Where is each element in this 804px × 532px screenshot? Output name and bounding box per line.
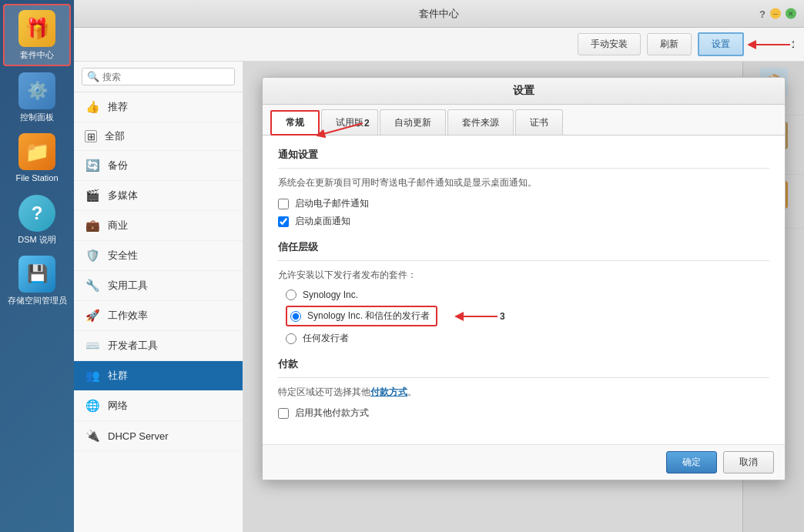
pkg-center-icon: 🎁 xyxy=(18,10,55,47)
taskbar-dsm-help-label: DSM 说明 xyxy=(18,235,56,245)
payment-section: 付款 特定区域还可选择其他付款方式。 启用其他付款方式 xyxy=(278,357,769,420)
sidebar-item-backup[interactable]: 🔄 备份 xyxy=(74,151,243,181)
sidebar-item-network[interactable]: 🌐 网络 xyxy=(74,391,243,421)
taskbar-icon-storage-manager[interactable]: 💾 存储空间管理员 xyxy=(3,251,71,310)
sidebar-item-utilities-label: 实用工具 xyxy=(108,279,148,293)
sidebar-item-multimedia[interactable]: 🎬 多媒体 xyxy=(74,181,243,211)
trust-option-synology: Synology Inc. xyxy=(286,289,769,300)
confirm-button[interactable]: 确定 xyxy=(666,451,717,473)
desktop-notify-row: 启动桌面通知 xyxy=(278,215,769,228)
sidebar-item-network-label: 网络 xyxy=(108,399,128,413)
sidebar-item-developer[interactable]: ⌨️ 开发者工具 xyxy=(74,331,243,361)
sidebar-item-community-label: 社群 xyxy=(108,369,128,383)
sidebar-items-list: 👍 推荐 ⊞ 全部 🔄 备份 🎬 多媒体 xyxy=(74,92,243,532)
synology-only-radio[interactable] xyxy=(286,289,296,300)
control-panel-icon: ⚙️ xyxy=(18,72,55,109)
sidebar-item-recommended[interactable]: 👍 推荐 xyxy=(74,92,243,122)
svg-line-2 xyxy=(320,123,363,135)
window-title: 套件中心 xyxy=(419,7,459,21)
manual-install-button[interactable]: 手动安装 xyxy=(578,33,641,55)
trust-option-any: 任何发行者 xyxy=(286,332,769,345)
email-notify-label: 启动电子邮件通知 xyxy=(295,197,369,210)
trust-option-synology-trusted: Synology Inc. 和信任的发行者 xyxy=(286,306,769,326)
network-icon: 🌐 xyxy=(85,398,100,413)
payment-desc-suffix: 。 xyxy=(407,386,417,397)
sidebar-item-all-label: 全部 xyxy=(105,129,125,143)
dialog-header: 设置 xyxy=(263,78,785,105)
sidebar-item-security[interactable]: 🛡️ 安全性 xyxy=(74,241,243,271)
svg-text:3: 3 xyxy=(500,311,505,322)
other-payment-label: 启用其他付款方式 xyxy=(295,407,369,420)
trust-title: 信任层级 xyxy=(278,240,769,257)
sidebar-item-productivity[interactable]: 🚀 工作效率 xyxy=(74,301,243,331)
sidebar-item-developer-label: 开发者工具 xyxy=(108,339,158,353)
desktop-notify-checkbox[interactable] xyxy=(278,216,289,227)
any-publisher-radio[interactable] xyxy=(286,333,296,344)
sidebar-item-dhcp[interactable]: 🔌 DHCP Server xyxy=(74,421,243,451)
settings-dialog: 设置 常规 xyxy=(262,77,786,480)
taskbar-storage-manager-label: 存储空间管理员 xyxy=(8,296,67,306)
search-input[interactable] xyxy=(102,72,229,82)
sidebar-item-utilities[interactable]: 🔧 实用工具 xyxy=(74,271,243,301)
trust-divider xyxy=(278,260,769,261)
close-button[interactable]: ✕ xyxy=(786,8,796,18)
settings-button[interactable]: 设置 xyxy=(698,32,744,56)
taskbar-icon-pkg-center[interactable]: 🎁 套件中心 xyxy=(3,4,71,66)
tab-source[interactable]: 套件来源 xyxy=(447,109,514,135)
sidebar: 🔍 👍 推荐 ⊞ 全部 🔄 备份 xyxy=(74,62,243,532)
taskbar-icon-control-panel[interactable]: ⚙️ 控制面板 xyxy=(3,68,71,127)
dsm-help-icon: ? xyxy=(18,195,55,232)
cancel-button[interactable]: 取消 xyxy=(723,451,774,473)
refresh-button[interactable]: 刷新 xyxy=(647,33,692,55)
community-icon: 👥 xyxy=(85,368,100,383)
titlebar-controls: ? ─ ✕ xyxy=(759,8,796,19)
backup-icon: 🔄 xyxy=(85,158,100,173)
trust-radio-group: Synology Inc. Synology Inc. 和信任的发行者 xyxy=(286,289,769,345)
notification-section: 通知设置 系统会在更新项目可用时寄送电子邮件通知或是显示桌面通知。 启动电子邮件… xyxy=(278,148,769,228)
sidebar-item-all[interactable]: ⊞ 全部 xyxy=(74,122,243,151)
payment-description: 特定区域还可选择其他付款方式。 xyxy=(278,386,769,399)
svg-text:1: 1 xyxy=(792,39,794,50)
sidebar-item-business[interactable]: 💼 商业 xyxy=(74,211,243,241)
synology-trusted-label: Synology Inc. 和信任的发行者 xyxy=(307,309,430,323)
dialog-body: 通知设置 系统会在更新项目可用时寄送电子邮件通知或是显示桌面通知。 启动电子邮件… xyxy=(263,136,785,444)
taskbar-control-panel-label: 控制面板 xyxy=(20,112,54,122)
sidebar-item-dhcp-label: DHCP Server xyxy=(108,430,169,442)
taskbar-icon-file-station[interactable]: 📁 File Station xyxy=(3,129,71,188)
trust-description: 允许安装以下发行者发布的套件： xyxy=(278,269,769,282)
developer-icon: ⌨️ xyxy=(85,338,100,353)
sidebar-item-security-label: 安全性 xyxy=(108,249,138,263)
search-box[interactable]: 🔍 xyxy=(82,68,235,85)
payment-desc-prefix: 特定区域还可选择其他 xyxy=(278,386,370,397)
taskbar-file-station-label: File Station xyxy=(15,173,58,183)
tab-auto-update[interactable]: 自动更新 xyxy=(380,109,446,135)
taskbar: 🎁 套件中心 ⚙️ 控制面板 📁 File Station ? DSM 说明 💾 xyxy=(0,0,74,532)
sidebar-item-community[interactable]: 👥 社群 xyxy=(74,361,243,391)
email-notify-checkbox[interactable] xyxy=(278,199,289,209)
window-titlebar: 套件中心 ? ─ ✕ xyxy=(74,0,804,28)
payment-method-link[interactable]: 付款方式 xyxy=(370,386,407,397)
window-content: 🔍 👍 推荐 ⊞ 全部 🔄 备份 xyxy=(74,62,804,532)
tab-general[interactable]: 常规 xyxy=(270,110,320,136)
synology-only-label: Synology Inc. xyxy=(303,289,358,300)
sidebar-item-business-label: 商业 xyxy=(108,219,128,233)
other-payment-checkbox[interactable] xyxy=(278,408,289,419)
annotation-arrow-2: 2 xyxy=(317,115,370,139)
trust-section: 信任层级 允许安装以下发行者发布的套件： Synology Inc. xyxy=(278,240,769,345)
notification-description: 系统会在更新项目可用时寄送电子邮件通知或是显示桌面通知。 xyxy=(278,176,769,189)
annotation-arrow-3: 3 xyxy=(451,307,505,326)
annotation-arrow-1: 1 xyxy=(748,35,794,54)
multimedia-icon: 🎬 xyxy=(85,188,100,203)
taskbar-icon-dsm-help[interactable]: ? DSM 说明 xyxy=(3,190,71,249)
tab-certificate[interactable]: 证书 xyxy=(515,109,563,135)
help-button[interactable]: ? xyxy=(759,8,765,19)
dialog-overlay: 设置 常规 xyxy=(243,62,804,532)
dialog-footer: 确定 取消 xyxy=(263,444,785,480)
taskbar-pkg-center-label: 套件中心 xyxy=(20,50,54,60)
notification-title: 通知设置 xyxy=(278,148,769,165)
minimize-button[interactable]: ─ xyxy=(770,8,781,18)
synology-trusted-radio[interactable] xyxy=(290,311,301,322)
email-notify-row: 启动电子邮件通知 xyxy=(278,197,769,210)
productivity-icon: 🚀 xyxy=(85,308,100,323)
recommended-icon: 👍 xyxy=(85,99,100,115)
